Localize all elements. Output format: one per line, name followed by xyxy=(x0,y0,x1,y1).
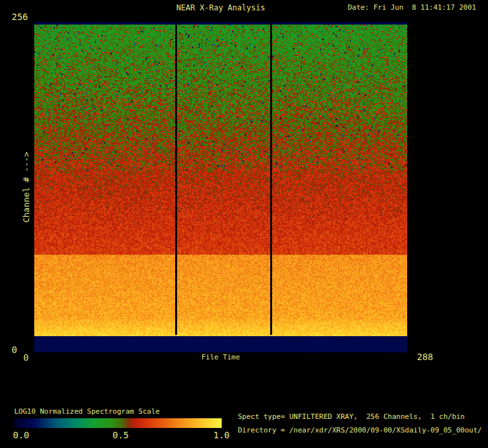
colorbar-tick-mid: 0.5 xyxy=(112,431,129,440)
app-window: NEAR X-Ray Analysis Date: Fri Jun 8 11:4… xyxy=(0,0,488,448)
spectrogram-heatmap xyxy=(34,22,407,352)
x-axis-title: File Time xyxy=(34,353,407,361)
y-axis-max-tick: 256 xyxy=(12,12,28,22)
y-axis-min-tick: 0 xyxy=(12,345,17,355)
colorbar-tick-min: 0.0 xyxy=(13,431,29,440)
y-axis-title: Channel # ---> xyxy=(22,152,32,223)
timestamp: Date: Fri Jun 8 11:41:17 2001 xyxy=(348,3,476,12)
x-axis-max-tick: 288 xyxy=(417,352,433,362)
colorbar-title: LOG10 Normalized Spectrogram Scale xyxy=(14,407,160,416)
spect-type-readout: Spect type= UNFILTERED XRAY, 256 Channel… xyxy=(238,412,465,421)
y-axis-title-wrap: Channel # ---> xyxy=(19,22,34,352)
directory-readout: Directory = /near/xdr/XRS/2000/09-00/XSd… xyxy=(238,426,482,434)
colorbar-gradient xyxy=(14,418,222,428)
colorbar-tick-max: 1.0 xyxy=(213,431,229,440)
x-axis-min-tick: 0 xyxy=(23,353,28,363)
